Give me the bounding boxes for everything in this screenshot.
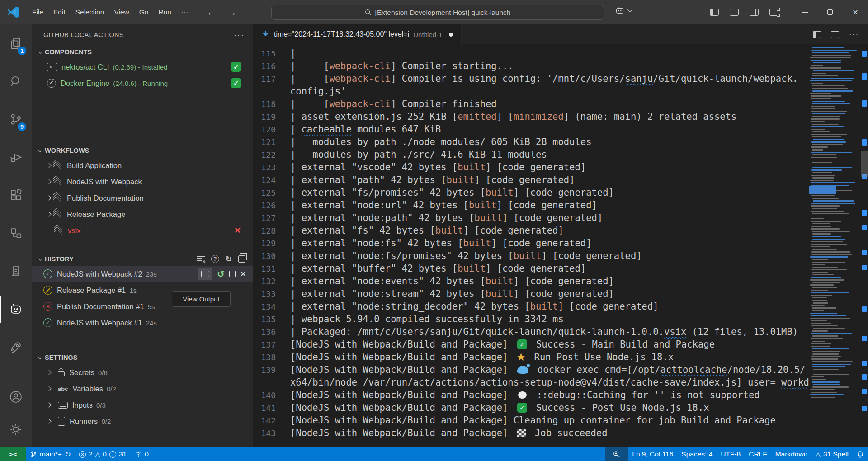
history-row[interactable]: ✓NodeJS with Webpack #124s bbox=[32, 315, 253, 331]
open-preview-icon[interactable] bbox=[813, 31, 821, 38]
code-line[interactable]: config.js' bbox=[253, 85, 809, 98]
section-header-history[interactable]: HISTORY ? ↻ bbox=[32, 252, 253, 266]
tab-untitled-1[interactable]: time="2024-11-17T18:32:43-05:00" level=i… bbox=[253, 24, 462, 44]
stop-icon[interactable] bbox=[229, 271, 236, 277]
code-line[interactable]: 132| external "node:events" 42 bytes [bu… bbox=[253, 275, 809, 287]
section-header-settings[interactable]: SETTINGS bbox=[32, 351, 253, 364]
problems-status[interactable]: ✕ 2 △ 0 i 31 bbox=[75, 447, 131, 461]
help-icon[interactable]: ? bbox=[211, 255, 219, 263]
toggle-secondary-sidebar-icon[interactable] bbox=[750, 9, 759, 16]
chevron-right-icon[interactable] bbox=[46, 163, 51, 168]
text-editor[interactable]: 115|116| [webpack-cli] Compiler starting… bbox=[253, 44, 868, 447]
clear-history-icon[interactable] bbox=[197, 256, 205, 262]
command-center-search[interactable]: [Extension Development Host] quick-launc… bbox=[271, 5, 604, 20]
rerun-icon[interactable]: ↺ bbox=[217, 268, 225, 279]
code-line[interactable]: 135| webpack 5.94.0 compiled successfull… bbox=[253, 313, 809, 325]
close-icon[interactable]: ✕ bbox=[234, 226, 241, 235]
sidebar-more-actions-icon[interactable]: ··· bbox=[234, 30, 245, 40]
code-line[interactable]: 137[NodeJS with Webpack/Build and Packag… bbox=[253, 338, 809, 351]
sidebar-item-search[interactable] bbox=[0, 62, 32, 100]
sidebar-item-github-local-actions[interactable] bbox=[0, 290, 32, 328]
history-row[interactable]: ✓NodeJS with Webpack #223s↺✕ bbox=[32, 266, 253, 282]
dismiss-icon[interactable]: ✕ bbox=[240, 269, 246, 279]
chevron-right-icon[interactable] bbox=[46, 195, 51, 200]
code-line[interactable]: 123| external "vscode" 42 bytes [built] … bbox=[253, 161, 809, 174]
checkbox-checked-icon[interactable]: ✓ bbox=[231, 78, 241, 88]
modified-dot-icon[interactable] bbox=[449, 33, 453, 37]
chevron-right-icon[interactable] bbox=[46, 212, 51, 216]
accounts-button[interactable] bbox=[0, 381, 32, 413]
spell-checker[interactable]: △ 31 Spell bbox=[811, 447, 853, 461]
language-mode[interactable]: Markdown bbox=[771, 447, 812, 461]
sidebar-item-explorer[interactable]: 1 bbox=[0, 24, 32, 62]
code-line[interactable]: 131| external "buffer" 42 bytes [built] … bbox=[253, 262, 809, 275]
indentation[interactable]: Spaces: 4 bbox=[677, 447, 717, 461]
workflow-row[interactable]: Publish Documentation bbox=[32, 190, 253, 206]
workflow-row[interactable]: vsix✕ bbox=[32, 222, 253, 239]
section-header-components[interactable]: COMPONENTS bbox=[32, 45, 253, 59]
back-arrow-icon[interactable]: ← bbox=[205, 7, 217, 18]
code-line[interactable]: 122| modules by path ./src/ 41.6 KiB 11 … bbox=[253, 148, 809, 161]
menu-item-view[interactable]: View bbox=[109, 5, 134, 19]
chevron-right-icon[interactable] bbox=[46, 386, 51, 391]
branch-status[interactable]: main*+ ↻ bbox=[26, 447, 75, 461]
toggle-panel-icon[interactable] bbox=[730, 9, 739, 16]
code-line[interactable]: 138[NodeJS with Webpack/Build and Packag… bbox=[253, 351, 809, 363]
code-line[interactable]: 141[NodeJS with Webpack/Build and Packag… bbox=[253, 401, 809, 414]
cursor-position[interactable]: Ln 9, Col 116 bbox=[628, 447, 677, 461]
menu-item-edit[interactable]: Edit bbox=[48, 5, 71, 19]
code-line[interactable]: 121| modules by path ./node_modules/ 605… bbox=[253, 136, 809, 148]
zoom-indicator[interactable] bbox=[605, 447, 628, 461]
chevron-right-icon[interactable] bbox=[46, 402, 51, 407]
encoding[interactable]: UTF-8 bbox=[717, 447, 745, 461]
restore-button[interactable] bbox=[817, 0, 843, 24]
code-line[interactable]: 120| cacheable modules 647 KiB bbox=[253, 123, 809, 136]
code-line[interactable]: 127| external "node:path" 42 bytes [buil… bbox=[253, 212, 809, 224]
code-line[interactable]: 116| [webpack-cli] Compiler starting... bbox=[253, 60, 809, 72]
chevron-right-icon[interactable] bbox=[46, 370, 51, 375]
menu-item-go[interactable]: Go bbox=[134, 5, 154, 19]
workflow-row[interactable]: Build Application bbox=[32, 157, 253, 174]
sidebar-item-hierarchy[interactable] bbox=[0, 214, 32, 252]
code-line[interactable]: 125| external "fs/promises" 42 bytes [bu… bbox=[253, 186, 809, 199]
settings-row-secrets[interactable]: Secrets0/6 bbox=[32, 364, 253, 381]
menu-item-selection[interactable]: Selection bbox=[71, 5, 109, 19]
minimize-button[interactable] bbox=[792, 0, 817, 24]
editor-scrollbar[interactable] bbox=[861, 151, 868, 177]
settings-row-runners[interactable]: Runners0/2 bbox=[32, 413, 253, 429]
ports-status[interactable]: 0 bbox=[131, 447, 153, 461]
split-editor-icon[interactable] bbox=[831, 31, 839, 38]
code-line[interactable]: 143[NodeJS with Webpack/Build and Packag… bbox=[253, 427, 809, 439]
settings-row-variables[interactable]: abcVariables0/2 bbox=[32, 381, 253, 397]
sidebar-item-remote-device[interactable] bbox=[0, 252, 32, 290]
code-line[interactable]: 115| bbox=[253, 47, 809, 60]
remote-indicator[interactable]: >< bbox=[0, 447, 26, 461]
customize-layout-icon[interactable] bbox=[769, 9, 778, 16]
code-line[interactable]: 133| external "node:stream" 42 bytes [bu… bbox=[253, 287, 809, 300]
code-line[interactable]: 142[NodeJS with Webpack/Build and Packag… bbox=[253, 414, 809, 427]
collapse-all-icon[interactable] bbox=[238, 255, 245, 263]
section-header-workflows[interactable]: WORKFLOWS bbox=[32, 144, 253, 157]
checkbox-checked-icon[interactable]: ✓ bbox=[231, 62, 241, 72]
chevron-right-icon[interactable] bbox=[46, 419, 51, 423]
settings-row-inputs[interactable]: Inputs0/3 bbox=[32, 397, 253, 413]
workflow-row[interactable]: Release Package bbox=[32, 206, 253, 222]
component-row[interactable]: Docker Engine(24.0.6) - Running✓ bbox=[32, 75, 253, 91]
sidebar-item-run-debug[interactable] bbox=[0, 138, 32, 176]
code-line[interactable]: 139[NodeJS with Webpack/Build and Packag… bbox=[253, 363, 809, 376]
menu-item-file[interactable]: File bbox=[27, 5, 48, 19]
eol-sequence[interactable]: CRLF bbox=[745, 447, 771, 461]
code-line[interactable]: 126| external "node:url" 42 bytes [built… bbox=[253, 199, 809, 212]
toggle-primary-sidebar-icon[interactable] bbox=[710, 9, 719, 16]
editor-more-actions-icon[interactable]: ··· bbox=[849, 30, 859, 38]
component-row[interactable]: >_nektos/act CLI(0.2.69) - Installed✓ bbox=[32, 59, 253, 75]
refresh-icon[interactable]: ↻ bbox=[226, 255, 232, 263]
code-line[interactable]: 128| external "fs" 42 bytes [built] [cod… bbox=[253, 224, 809, 237]
view-output-button[interactable] bbox=[198, 268, 212, 280]
sidebar-item-source-control[interactable]: 9 bbox=[0, 100, 32, 138]
close-button[interactable]: ✕ bbox=[843, 0, 868, 24]
code-line[interactable]: 117| [webpack-cli] Compiler is using con… bbox=[253, 72, 809, 85]
notifications[interactable] bbox=[853, 447, 868, 461]
code-line[interactable]: 119| asset extension.js 252 KiB [emitted… bbox=[253, 110, 809, 123]
code-line[interactable]: 140[NodeJS with Webpack/Build and Packag… bbox=[253, 389, 809, 401]
